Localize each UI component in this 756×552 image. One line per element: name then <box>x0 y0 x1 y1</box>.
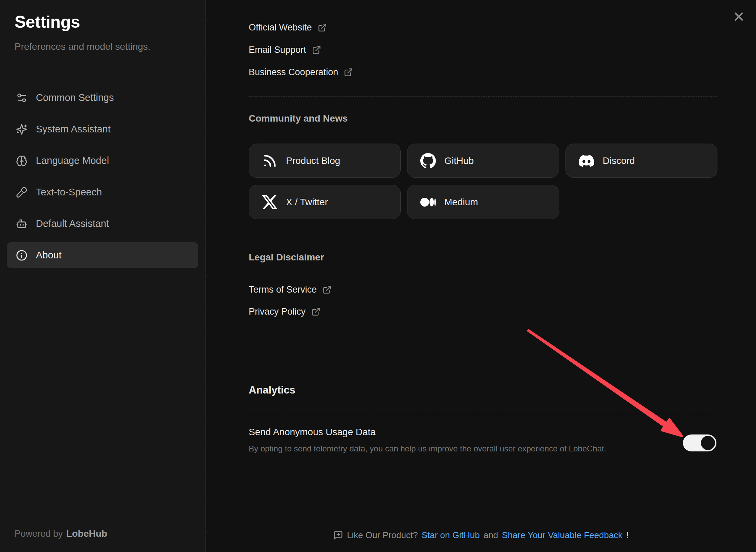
discord-icon <box>579 153 594 169</box>
rss-icon <box>262 153 277 169</box>
sidebar-item-about[interactable]: About <box>7 242 198 268</box>
close-icon <box>733 11 744 22</box>
business-cooperation-link[interactable]: Business Cooperation <box>249 66 353 79</box>
discord-button[interactable]: Discord <box>565 144 717 178</box>
footer-note: Like Our Product? Star on GitHub and Sha… <box>206 528 756 542</box>
brand-logo: LobeHub <box>66 528 107 539</box>
footer-note-prefix: Like Our Product? <box>347 530 418 540</box>
sidebar-item-label: Common Settings <box>36 92 114 103</box>
sidebar-item-default-assistant[interactable]: Default Assistant <box>7 211 198 237</box>
privacy-policy-link[interactable]: Privacy Policy <box>249 305 320 318</box>
usage-data-label: Send Anonymous Usage Data <box>249 427 376 438</box>
settings-sidebar: Settings Preferences and model settings.… <box>0 0 206 552</box>
powered-by-text: Powered by <box>15 529 63 539</box>
x-twitter-icon <box>262 194 277 210</box>
section-title-analytics: Analytics <box>249 384 295 396</box>
sparkles-icon <box>16 124 27 135</box>
external-link-icon <box>323 285 332 294</box>
external-link-icon <box>311 307 320 316</box>
sidebar-item-label: About <box>36 250 62 261</box>
settings-sliders-icon <box>16 92 27 104</box>
medium-icon <box>420 194 436 210</box>
about-content: Contact Us Official Website Email Suppor… <box>249 0 717 552</box>
section-divider <box>249 235 717 235</box>
usage-data-toggle[interactable] <box>683 434 716 451</box>
brain-icon <box>16 155 27 167</box>
bot-icon <box>16 218 27 230</box>
sidebar-item-common-settings[interactable]: Common Settings <box>7 85 198 111</box>
section-title-community: Community and News <box>249 113 348 124</box>
feedback-bubble-icon <box>333 530 343 540</box>
community-buttons-row-1: Product Blog GitHub Discord <box>249 144 717 178</box>
sidebar-item-label: System Assistant <box>36 124 111 135</box>
powered-by: Powered byLobeHub <box>15 528 107 539</box>
footer-note-suffix: ! <box>626 530 629 540</box>
email-support-link[interactable]: Email Support <box>249 43 321 56</box>
star-on-github-link[interactable]: Star on GitHub <box>422 530 480 540</box>
medium-button[interactable]: Medium <box>407 185 559 219</box>
section-title-contact-us: Contact Us <box>250 0 301 2</box>
info-icon <box>16 250 27 261</box>
share-feedback-link[interactable]: Share Your Valuable Feedback <box>502 530 623 540</box>
toggle-knob <box>701 436 715 450</box>
page-title: Settings <box>15 12 80 32</box>
github-button[interactable]: GitHub <box>407 144 559 178</box>
section-divider <box>249 414 717 414</box>
product-blog-button[interactable]: Product Blog <box>249 144 401 178</box>
usage-data-description: By opting to send telemetry data, you ca… <box>249 444 606 453</box>
terms-of-service-link[interactable]: Terms of Service <box>249 283 332 296</box>
footer-note-middle: and <box>484 530 498 540</box>
sidebar-item-language-model[interactable]: Language Model <box>7 148 198 174</box>
settings-nav: Common Settings System Assistant Languag… <box>7 85 198 268</box>
sidebar-item-label: Default Assistant <box>36 218 109 229</box>
external-link-icon <box>344 68 353 77</box>
sidebar-item-label: Text-to-Speech <box>36 187 102 198</box>
close-button[interactable] <box>731 9 746 24</box>
x-twitter-button[interactable]: X / Twitter <box>249 185 401 219</box>
about-panel: Contact Us Official Website Email Suppor… <box>206 0 756 552</box>
external-link-icon <box>318 23 327 32</box>
sidebar-item-label: Language Model <box>36 155 109 166</box>
github-icon <box>420 153 436 169</box>
microphone-icon <box>16 187 27 198</box>
sidebar-item-system-assistant[interactable]: System Assistant <box>7 116 198 142</box>
community-buttons-row-2: X / Twitter Medium <box>249 185 559 219</box>
page-subtitle: Preferences and model settings. <box>15 41 151 52</box>
external-link-icon <box>312 45 321 55</box>
section-title-legal: Legal Disclaimer <box>249 252 324 263</box>
settings-modal: Settings Preferences and model settings.… <box>0 0 756 552</box>
sidebar-item-text-to-speech[interactable]: Text-to-Speech <box>7 179 198 205</box>
official-website-link[interactable]: Official Website <box>249 21 327 34</box>
section-divider <box>249 96 717 97</box>
